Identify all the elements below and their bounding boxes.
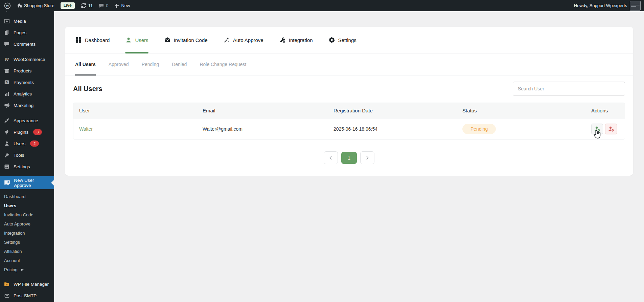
subtab-denied[interactable]: Denied — [172, 53, 187, 75]
content-area: Dashboard Users Invitation Code Auto App… — [54, 11, 644, 302]
sidebar-item-plugins[interactable]: Plugins 3 — [0, 126, 54, 138]
media-icon — [3, 18, 10, 24]
invitation-envelope-icon — [164, 37, 171, 43]
tab-users[interactable]: Users — [125, 27, 148, 53]
box-icon — [3, 67, 10, 74]
submenu-item-users[interactable]: Users — [0, 201, 54, 210]
sidebar-item-media[interactable]: Media — [0, 15, 54, 27]
page-title: All Users — [73, 85, 102, 93]
table-header-row: User Email Registration Date Status Acti… — [73, 103, 625, 118]
tab-auto-approve[interactable]: Auto Approve — [223, 27, 263, 53]
new-content-link[interactable]: New — [114, 3, 130, 8]
site-name: Shopping Store — [24, 3, 54, 8]
person-icon — [125, 37, 132, 43]
updates-count: 11 — [88, 3, 93, 8]
previous-page-button[interactable] — [324, 151, 338, 164]
active-item-label: New User Approve — [14, 178, 51, 188]
submenu-item-invitation-code[interactable]: Invitation Code — [0, 210, 54, 219]
sidebar-item-users[interactable]: Users 2 — [0, 138, 54, 149]
svg-text:W: W — [5, 57, 9, 62]
sidebar-item-woocommerce[interactable]: W WooCommerce — [0, 53, 54, 65]
column-header-status: Status — [457, 108, 585, 113]
approve-user-button[interactable] — [591, 124, 603, 134]
pin-icon — [3, 11, 10, 13]
bar-chart-icon — [3, 90, 10, 97]
sidebar-item-analytics[interactable]: Analytics — [0, 88, 54, 100]
svg-text:$: $ — [6, 81, 7, 84]
dollar-icon: $ — [3, 79, 10, 86]
tab-dashboard[interactable]: Dashboard — [75, 27, 110, 53]
column-header-email: Email — [197, 108, 328, 113]
sliders-icon — [3, 163, 10, 170]
gear-icon — [328, 37, 335, 43]
status-badge: Pending — [462, 124, 496, 134]
submenu-item-account[interactable]: Account — [0, 256, 54, 265]
submenu-item-auto-approve[interactable]: Auto Approve — [0, 219, 54, 229]
next-page-button[interactable] — [360, 151, 374, 164]
sidebar-item-tools[interactable]: Tools — [0, 149, 54, 161]
sidebar-item-wp-file-manager[interactable]: WP File Manager — [0, 278, 54, 290]
plug-icon — [3, 129, 10, 135]
column-header-user: User — [73, 108, 197, 113]
sidebar-item-comments[interactable]: Comments — [0, 38, 54, 50]
updates-link[interactable]: 11 — [81, 3, 93, 8]
wordpress-logo-icon[interactable]: W — [4, 2, 11, 9]
avatar — [630, 1, 641, 10]
subtab-all-users[interactable]: All Users — [75, 53, 96, 75]
megaphone-icon — [3, 102, 10, 109]
users-count-badge: 2 — [30, 141, 39, 147]
comments-count: 0 — [106, 3, 108, 8]
wrench-icon — [3, 152, 10, 158]
updates-icon — [81, 3, 86, 8]
search-input[interactable] — [513, 82, 625, 96]
new-label: New — [121, 3, 130, 8]
howdy-text: Howdy, Support Wpexperts — [574, 3, 627, 8]
sidebar-item-marketing[interactable]: Marketing — [0, 100, 54, 111]
registration-date: 2025-06-16 18:06:54 — [328, 126, 457, 132]
submenu-item-affiliation[interactable]: Affiliation — [0, 247, 54, 256]
sidebar-item-settings[interactable]: Settings — [0, 161, 54, 172]
sidebar-item-new-user-approve[interactable]: New User Approve — [0, 176, 54, 189]
wrench-gear-icon — [279, 37, 286, 43]
home-icon — [17, 3, 22, 8]
brush-icon — [3, 117, 10, 124]
site-name-link[interactable]: Shopping Store — [17, 3, 54, 8]
live-badge[interactable]: Live — [61, 2, 75, 9]
plugin-tabbar: Dashboard Users Invitation Code Auto App… — [65, 27, 633, 53]
plugin-card: Dashboard Users Invitation Code Auto App… — [65, 27, 633, 176]
subtab-pending[interactable]: Pending — [142, 53, 159, 75]
tab-settings[interactable]: Settings — [328, 27, 356, 53]
grid-icon — [75, 37, 82, 43]
subtab-approved[interactable]: Approved — [109, 53, 129, 75]
sidebar-item-post-smtp[interactable]: Post SMTP — [0, 290, 54, 301]
tab-invitation-code[interactable]: Invitation Code — [164, 27, 208, 53]
sidebar-item-pages[interactable]: Pages — [0, 27, 54, 38]
subtab-role-change-request[interactable]: Role Change Request — [200, 53, 246, 75]
sidebar-item-payments[interactable]: $ Payments — [0, 77, 54, 88]
submenu-item-dashboard[interactable]: Dashboard — [0, 192, 54, 201]
user-name-link[interactable]: Walter — [79, 126, 93, 132]
folder-icon — [3, 281, 10, 287]
comments-link[interactable]: 0 — [99, 3, 108, 8]
submenu-item-integration[interactable]: Integration — [0, 229, 54, 238]
deny-user-button[interactable] — [605, 124, 617, 134]
sidebar-item-posts[interactable]: Posts — [0, 11, 54, 15]
user-email: Walter@gmail.com — [197, 126, 328, 132]
comment-bubble-icon — [99, 3, 104, 8]
submenu-item-pricing[interactable]: Pricing — [0, 265, 54, 274]
pages-icon — [3, 29, 10, 36]
column-header-registration-date: Registration Date — [328, 108, 457, 113]
table-row: Walter Walter@gmail.com 2025-06-16 18:06… — [73, 118, 625, 139]
new-user-approve-submenu: Dashboard Users Invitation Code Auto App… — [0, 189, 54, 276]
users-subtabbar: All Users Approved Pending Denied Role C… — [65, 53, 633, 76]
admin-bar: W Shopping Store Live 11 0 New — [0, 0, 644, 11]
woocommerce-icon: W — [3, 56, 10, 63]
users-table: User Email Registration Date Status Acti… — [73, 103, 625, 140]
submenu-item-settings[interactable]: Settings — [0, 238, 54, 247]
sidebar-item-products[interactable]: Products — [0, 65, 54, 77]
current-page-button[interactable]: 1 — [341, 152, 357, 164]
sidebar-item-appearance[interactable]: Appearance — [0, 115, 54, 126]
account-menu[interactable]: Howdy, Support Wpexperts — [574, 1, 644, 10]
tab-integration[interactable]: Integration — [279, 27, 313, 53]
current-menu-arrow — [51, 180, 54, 186]
